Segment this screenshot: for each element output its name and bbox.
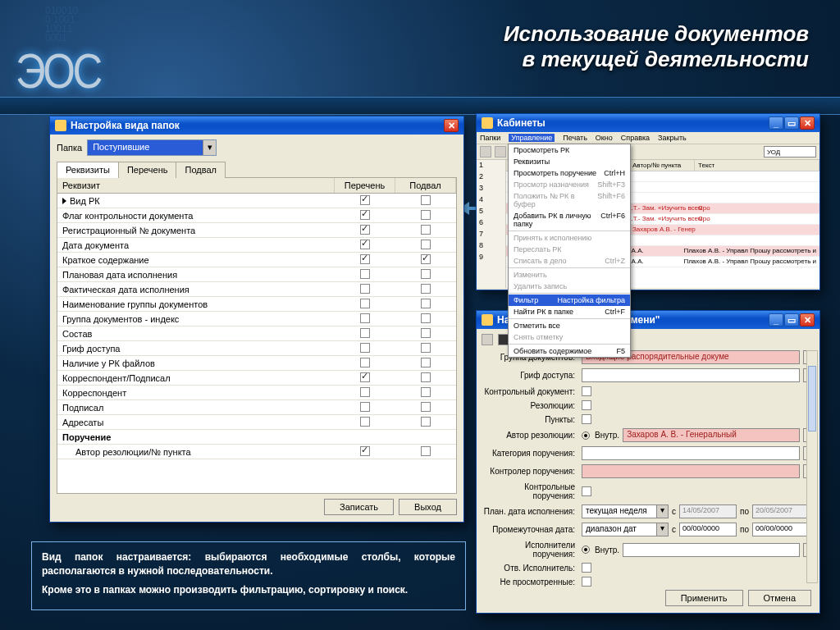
- radio-internal-2[interactable]: [582, 546, 590, 554]
- ctrl-field[interactable]: [582, 464, 800, 478]
- podval-checkbox[interactable]: [421, 299, 431, 308]
- table-row[interactable]: Гриф доступа: [57, 341, 456, 356]
- menu-pechat[interactable]: Печать: [563, 134, 587, 142]
- table-row[interactable]: Плановая дата исполнения: [57, 267, 456, 282]
- perechen-checkbox[interactable]: [360, 387, 370, 397]
- tool-icon[interactable]: [480, 146, 491, 158]
- author-field[interactable]: Захаров А. В. - Генеральный: [623, 428, 800, 442]
- podval-checkbox[interactable]: [421, 358, 431, 368]
- table-row[interactable]: Фактическая дата исполнения: [57, 282, 456, 297]
- perechen-checkbox[interactable]: [360, 225, 370, 235]
- table-row[interactable]: Корреспондент: [57, 386, 456, 400]
- close-icon[interactable]: ✕: [444, 119, 459, 132]
- podval-checkbox[interactable]: [421, 269, 431, 279]
- podval-checkbox[interactable]: [421, 210, 431, 220]
- menu-item[interactable]: Реквизиты: [509, 156, 630, 167]
- titlebar[interactable]: Кабинеты _ ▭ ✕: [477, 114, 819, 132]
- grif-field[interactable]: [582, 368, 800, 382]
- menu-item[interactable]: Обновить содержимоеF5: [509, 345, 630, 357]
- perechen-checkbox[interactable]: [360, 313, 370, 323]
- kporuch-checkbox[interactable]: [582, 486, 591, 496]
- open-icon[interactable]: [482, 334, 493, 345]
- perechen-checkbox[interactable]: [360, 328, 370, 338]
- scrollbar[interactable]: [806, 350, 818, 583]
- close-icon[interactable]: ✕: [800, 116, 815, 130]
- podval-checkbox[interactable]: [421, 225, 431, 235]
- perechen-checkbox[interactable]: [360, 417, 370, 427]
- menu-spravka[interactable]: Справка: [621, 134, 650, 142]
- podval-checkbox[interactable]: [421, 240, 431, 249]
- cat-field[interactable]: [582, 446, 800, 460]
- podval-checkbox[interactable]: [421, 195, 431, 205]
- tab-perechen[interactable]: Перечень: [118, 162, 177, 178]
- table-row[interactable]: Флаг контрольности документа: [57, 208, 456, 223]
- perechen-checkbox[interactable]: [360, 210, 370, 220]
- table-row[interactable]: Автор резолюции/№ пункта: [57, 445, 456, 459]
- plan-select[interactable]: текущая неделя▾: [582, 504, 669, 518]
- table-row[interactable]: Состав: [57, 326, 456, 341]
- perechen-checkbox[interactable]: [360, 269, 370, 279]
- folder-combo[interactable]: Поступившие▾: [87, 139, 217, 156]
- exec-field[interactable]: [623, 543, 800, 557]
- menu-zakryt[interactable]: Закрыть: [658, 134, 687, 142]
- menu-item[interactable]: Отметить все: [509, 320, 630, 331]
- podval-checkbox[interactable]: [421, 387, 431, 397]
- date-from[interactable]: 14/05/2007: [679, 504, 737, 518]
- right-combo[interactable]: УОД: [764, 146, 816, 158]
- table-row[interactable]: Группа документов - индекс: [57, 312, 456, 326]
- menu-upravlenie[interactable]: Управление: [509, 134, 555, 142]
- save-button[interactable]: Записать: [324, 499, 394, 515]
- table-row[interactable]: Адресаты: [57, 415, 456, 430]
- podval-checkbox[interactable]: [421, 372, 431, 382]
- perechen-checkbox[interactable]: [360, 446, 370, 456]
- table-row[interactable]: Краткое содержание: [57, 253, 456, 267]
- menu-item[interactable]: ФильтрНастройка фильтра: [509, 294, 630, 306]
- podval-checkbox[interactable]: [421, 313, 431, 323]
- menu-item[interactable]: Просмотреть поручениеCtrl+H: [509, 167, 630, 179]
- table-row[interactable]: Регистрационный № документа: [57, 223, 456, 238]
- maximize-icon[interactable]: ▭: [784, 313, 799, 326]
- table-row[interactable]: Корреспондент/Подписал: [57, 371, 456, 386]
- radio-internal[interactable]: [582, 431, 590, 440]
- perechen-checkbox[interactable]: [360, 254, 370, 264]
- tab-podval[interactable]: Подвал: [176, 162, 225, 178]
- perechen-checkbox[interactable]: [360, 343, 370, 353]
- cancel-button[interactable]: Отмена: [748, 590, 811, 606]
- podval-checkbox[interactable]: [421, 254, 431, 264]
- perechen-checkbox[interactable]: [360, 402, 370, 412]
- podval-checkbox[interactable]: [421, 402, 431, 412]
- exit-button[interactable]: Выход: [399, 499, 457, 515]
- minimize-icon[interactable]: _: [769, 116, 783, 130]
- table-row[interactable]: Поручение: [57, 430, 456, 445]
- date-from-2[interactable]: 00/00/0000: [679, 523, 737, 536]
- col-podval[interactable]: Подвал: [395, 178, 456, 193]
- rez-checkbox[interactable]: [582, 400, 591, 410]
- menu-okno[interactable]: Окно: [596, 134, 613, 142]
- podval-checkbox[interactable]: [421, 284, 431, 294]
- table-row[interactable]: Подписал: [57, 400, 456, 415]
- kontr-checkbox[interactable]: [582, 386, 591, 396]
- otv-checkbox[interactable]: [582, 563, 591, 573]
- perechen-checkbox[interactable]: [360, 358, 370, 368]
- chevron-down-icon[interactable]: ▾: [203, 140, 216, 155]
- date-to-2[interactable]: 00/00/0000: [752, 523, 810, 536]
- tool-icon[interactable]: [495, 146, 506, 158]
- menu-item[interactable]: Просмотреть РК: [509, 144, 630, 156]
- perechen-checkbox[interactable]: [360, 240, 370, 249]
- table-row[interactable]: Вид РК: [57, 194, 456, 208]
- minimize-icon[interactable]: _: [769, 313, 783, 326]
- maximize-icon[interactable]: ▭: [784, 116, 799, 130]
- punkt-checkbox[interactable]: [582, 414, 591, 424]
- perechen-checkbox[interactable]: [360, 299, 370, 308]
- date-to[interactable]: 20/05/2007: [752, 504, 810, 518]
- perechen-checkbox[interactable]: [360, 284, 370, 294]
- menu-papki[interactable]: Папки: [480, 134, 500, 142]
- podval-checkbox[interactable]: [421, 417, 431, 427]
- podval-checkbox[interactable]: [421, 446, 431, 456]
- perechen-checkbox[interactable]: [360, 372, 370, 382]
- col-perechen[interactable]: Перечень: [335, 178, 395, 193]
- unseen-checkbox[interactable]: [582, 577, 591, 587]
- podval-checkbox[interactable]: [421, 343, 431, 353]
- perechen-checkbox[interactable]: [360, 195, 370, 205]
- table-row[interactable]: Дата документа: [57, 238, 456, 253]
